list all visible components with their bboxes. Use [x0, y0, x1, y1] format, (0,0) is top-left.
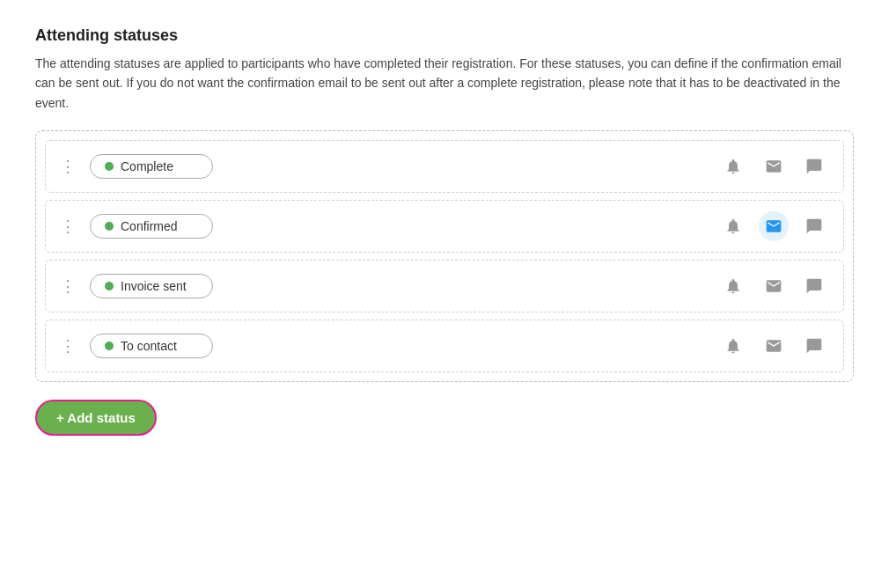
- section-title: Attending statuses: [35, 26, 854, 45]
- section-description: The attending statuses are applied to pa…: [35, 54, 845, 113]
- status-left: ⋮ Invoice sent: [60, 274, 213, 298]
- mail-button[interactable]: [759, 331, 789, 361]
- status-row: ⋮ To contact: [45, 320, 844, 372]
- drag-handle-icon[interactable]: ⋮: [60, 278, 76, 294]
- status-right: [718, 151, 829, 181]
- status-row: ⋮ Confirmed: [45, 200, 844, 253]
- status-right: [718, 271, 829, 301]
- mail-button[interactable]: [759, 271, 789, 301]
- status-label: Invoice sent: [121, 279, 187, 293]
- status-row: ⋮ Invoice sent: [45, 260, 844, 312]
- status-badge: Invoice sent: [90, 274, 213, 298]
- status-label: Complete: [121, 159, 173, 173]
- drag-handle-icon[interactable]: ⋮: [60, 158, 76, 174]
- drag-handle-icon[interactable]: ⋮: [60, 338, 76, 354]
- mail-button[interactable]: [759, 151, 789, 181]
- add-status-button[interactable]: + Add status: [35, 400, 157, 436]
- status-row: ⋮ Complete: [45, 140, 844, 193]
- status-label: Confirmed: [121, 219, 178, 233]
- bell-button[interactable]: [718, 331, 748, 361]
- status-dot: [105, 222, 114, 231]
- status-dot: [105, 282, 114, 290]
- statuses-container: ⋮ Complete ⋮ Confirmed: [35, 130, 854, 382]
- status-left: ⋮ Complete: [60, 154, 213, 179]
- bell-button[interactable]: [718, 151, 748, 181]
- mail-button[interactable]: [759, 211, 789, 241]
- status-badge: Complete: [90, 154, 213, 179]
- status-label: To contact: [121, 339, 177, 353]
- section-header: Attending statuses The attending statuse…: [35, 26, 854, 113]
- status-left: ⋮ To contact: [60, 334, 213, 358]
- status-right: [718, 211, 829, 241]
- bell-button[interactable]: [718, 211, 748, 241]
- chat-button[interactable]: [799, 331, 829, 361]
- status-badge: Confirmed: [90, 214, 213, 239]
- status-dot: [105, 342, 114, 350]
- drag-handle-icon[interactable]: ⋮: [60, 218, 76, 234]
- status-dot: [105, 162, 114, 171]
- status-left: ⋮ Confirmed: [60, 214, 213, 239]
- bell-button[interactable]: [718, 271, 748, 301]
- status-badge: To contact: [90, 334, 213, 358]
- chat-button[interactable]: [799, 271, 829, 301]
- chat-button[interactable]: [799, 211, 829, 241]
- status-right: [718, 331, 829, 361]
- chat-button[interactable]: [799, 151, 829, 181]
